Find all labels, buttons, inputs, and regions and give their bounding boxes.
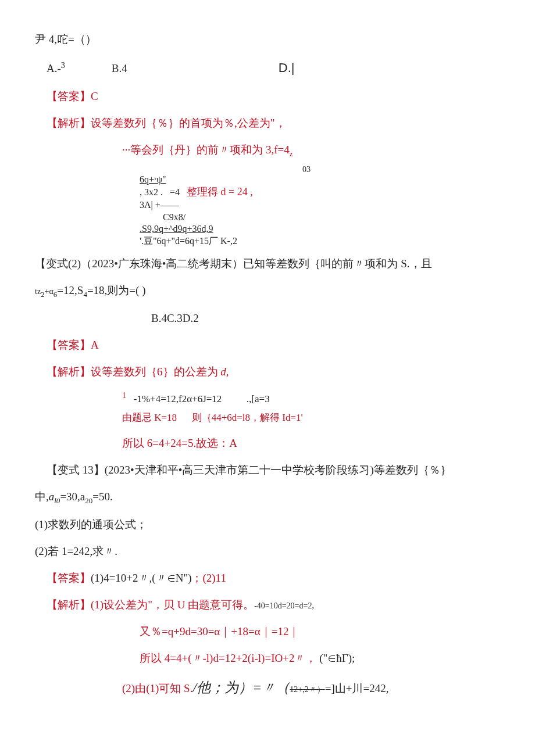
h2-end: =50. bbox=[92, 490, 112, 503]
opt-a: A.-3 bbox=[47, 58, 65, 79]
v12-options: B.4C.3D.2 bbox=[35, 308, 535, 329]
calc-line-a: , 3x2 . =4 整理得 d = 24 , bbox=[140, 185, 535, 199]
v13-jx4: (2)由(1)可知 S./他；为）=〃（12+,2〃）=]山+川=242, bbox=[35, 675, 535, 701]
jx2-top: -1%+4=12,f2α+6J=12 bbox=[134, 393, 222, 404]
analysis-d: d, bbox=[218, 366, 229, 378]
q1-options: A.-3 B.4 D.| bbox=[35, 56, 535, 80]
tz: tz bbox=[35, 287, 41, 296]
calc-a1: , 3x2 . bbox=[140, 187, 163, 197]
jx3: 所以 4=4+(〃-l)d=12+2(i-l)=IO+2〃， bbox=[140, 652, 316, 664]
a6: +α bbox=[45, 287, 54, 296]
calc-line-d: .S9,9q+^d9q+36d,9 bbox=[140, 223, 535, 235]
q1-analysis-line2: ···等会列｛丹｝的前〃项和为 3,f=4z bbox=[35, 139, 535, 161]
eq12: =12,S bbox=[57, 284, 83, 296]
calc-frac-num: 6q+·ψ" bbox=[140, 174, 535, 186]
jx4b: /他；为）=〃（ bbox=[192, 680, 290, 695]
q1-analysis-line1: 【解析】设等差数列｛％｝的首项为％,公差为"， bbox=[35, 113, 535, 134]
v13-p1: (1)求数列的通项公式； bbox=[35, 514, 535, 535]
calc-line-e: '.豆"6q+"d=6q+15厂 K-,2 bbox=[140, 235, 535, 248]
jx3b: ("∈ħΓ); bbox=[319, 652, 355, 664]
v13-head: 【变式 13】(2023•天津和平•高三天津市第二十一中学校考阶段练习)等差数列… bbox=[35, 460, 535, 481]
answer-value: C bbox=[91, 90, 98, 102]
analysis-label: 【解析】 bbox=[47, 366, 91, 378]
q1-stem: 尹 4,咜=（） bbox=[35, 29, 535, 50]
v13-head2: 中,al0=30,a20=50. bbox=[35, 486, 535, 508]
jx4d: =]山+川=242, bbox=[325, 682, 389, 694]
h2-mid: =30,a bbox=[60, 490, 85, 503]
calc-a-red: 整理得 d = 24 , bbox=[187, 186, 253, 198]
jx2-right-top: .,[a=3 bbox=[247, 393, 270, 404]
h2-s2: 20 bbox=[85, 496, 92, 505]
calc-a-eq: =4 bbox=[170, 187, 180, 197]
ans-sep: ； bbox=[191, 572, 202, 584]
v13-p2: (2)若 1=242,求〃. bbox=[35, 541, 535, 562]
sup1: 1 bbox=[122, 391, 126, 400]
opt-b: B.4 bbox=[112, 58, 127, 79]
jx1a: (1)设公差为"，贝 U 由题意可得。 bbox=[91, 599, 254, 611]
jx4a: (2)由(1)可知 S. bbox=[122, 682, 192, 694]
opt-a-sup: 3 bbox=[61, 61, 65, 70]
jx2-mid: 则｛44+6d=l8， bbox=[192, 412, 260, 423]
analysis-text-1: 设等差数列｛％｝的首项为％,公差为"， bbox=[91, 117, 286, 129]
v12-jx2: 1 -1%+4=12,f2α+6J=12 .,[a=3 由题忌 K=18 则｛4… bbox=[35, 388, 535, 427]
eq18: =18,则为=( ) bbox=[87, 284, 146, 296]
calc-line-b: 3Λ| +—— bbox=[140, 199, 535, 212]
ans1: (1)4=10+2〃,(〃∈N") bbox=[91, 572, 191, 584]
jx3b: 故选：A bbox=[196, 437, 237, 449]
jx1b: -40=10d=20=d=2, bbox=[254, 601, 314, 610]
h2-pre: 中, bbox=[35, 490, 49, 503]
jx2-right-mid: 解得 Id=1' bbox=[260, 412, 303, 423]
v12-jx3: 所以 6=4+24=5.故选：A bbox=[35, 433, 535, 454]
v12-jx1: 【解析】设等差数列｛6｝的公差为 d, bbox=[35, 361, 535, 382]
answer-label: 【答案】 bbox=[47, 572, 91, 584]
h2-s1: l0 bbox=[54, 496, 60, 505]
v13-jx3: 所以 4=4+(〃-l)d=12+2(i-l)=IO+2〃， ("∈ħΓ); bbox=[35, 648, 535, 669]
answer-label: 【答案】 bbox=[47, 339, 91, 351]
v13-jx2: 又％=q+9d=30=α｜+18=α｜=12｜ bbox=[35, 621, 535, 642]
answer-label: 【答案】 bbox=[47, 90, 91, 102]
opt-a-pre: A.- bbox=[47, 62, 61, 74]
analysis-label: 【解析】 bbox=[47, 599, 91, 611]
v12-stem2: tz2+α6=12,S4=18,则为=( ) bbox=[35, 280, 535, 302]
analysis-text: 设等差数列｛6｝的公差为 bbox=[91, 366, 218, 378]
h2-a1: a bbox=[49, 490, 55, 503]
v12-answer: 【答案】A bbox=[35, 335, 535, 356]
jx2-a: 由题忌 K=18 bbox=[122, 412, 177, 423]
analysis-label: 【解析】 bbox=[47, 117, 91, 129]
v13-jx1: 【解析】(1)设公差为"，贝 U 由题意可得。-40=10d=20=d=2, bbox=[35, 594, 535, 615]
q1-calc-block: 6q+·ψ" , 3x2 . =4 整理得 d = 24 , 3Λ| +—— C… bbox=[140, 174, 535, 248]
q1-answer: 【答案】C bbox=[35, 86, 535, 107]
answer-value: A bbox=[91, 339, 99, 351]
sub-z: z bbox=[290, 149, 293, 158]
ans2: (2)11 bbox=[202, 572, 226, 584]
jx4c: 12+,2〃） bbox=[290, 685, 324, 694]
sub-03: 03 bbox=[302, 167, 535, 171]
calc-line-c: C9x8/ bbox=[140, 212, 535, 224]
opt-d: D.| bbox=[279, 56, 295, 80]
v12-head: 【变式(2)（2023•广东珠海•高二统考期末）已知等差数列｛叫的前〃项和为 S… bbox=[35, 253, 535, 274]
jx3a: 所以 6=4+24=5. bbox=[122, 437, 196, 449]
v13-answer: 【答案】(1)4=10+2〃,(〃∈N")；(2)11 bbox=[35, 568, 535, 589]
analysis-text-2: ···等会列｛丹｝的前〃项和为 3,f=4 bbox=[122, 144, 290, 156]
